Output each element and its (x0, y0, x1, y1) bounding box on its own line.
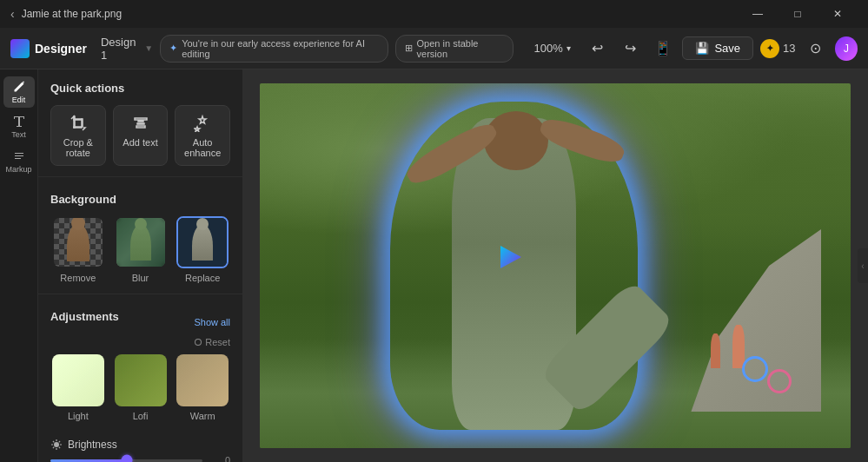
back-button[interactable]: ‹ (10, 7, 15, 21)
filter-warm[interactable]: Warm (175, 354, 230, 421)
filter-lofi[interactable]: Lofi (113, 354, 169, 421)
adjustments-section: Adjustments Show all Reset Light Lofi (38, 298, 242, 439)
svg-marker-6 (500, 246, 521, 268)
remove-bg-option[interactable]: Remove (50, 216, 106, 283)
early-access-badge: ✦ You're in our early access experience … (160, 35, 388, 63)
window-title: Jamie at the park.png (22, 8, 122, 20)
quick-actions-grid: Crop & rotate Add text Auto enhance (50, 105, 230, 166)
canvas-image (260, 83, 851, 448)
panel-collapse-arrow[interactable]: ‹ (858, 248, 868, 283)
design-name[interactable]: Design 1 ▼ (101, 36, 153, 62)
maximize-button[interactable]: □ (778, 0, 818, 28)
add-text-button[interactable]: Add text (113, 105, 169, 166)
designer-play-icon (490, 239, 527, 279)
sidebar-item-edit[interactable]: Edit (3, 76, 35, 108)
background-title: Background (50, 193, 230, 206)
replace-bg-option[interactable]: Replace (175, 216, 230, 283)
close-button[interactable]: ✕ (818, 0, 858, 28)
brightness-value: 0 (209, 455, 230, 462)
filter-warm-label: Warm (190, 411, 215, 421)
minimize-button[interactable]: — (738, 0, 778, 28)
filter-warm-thumb (176, 354, 229, 406)
undo-button[interactable]: ↩ (585, 35, 611, 63)
quick-actions-title: Quick actions (50, 82, 230, 95)
filter-lofi-label: Lofi (133, 411, 149, 421)
svg-rect-1 (74, 127, 82, 128)
filter-light-thumb (52, 354, 104, 406)
remove-bg-label: Remove (60, 273, 96, 283)
show-all-button[interactable]: Show all (194, 317, 230, 327)
crop-rotate-button[interactable]: Crop & rotate (50, 105, 106, 166)
sidebar-item-text[interactable]: Text (3, 111, 35, 142)
filter-lofi-thumb (115, 354, 167, 406)
blur-bg-label: Blur (132, 273, 149, 283)
filter-light[interactable]: Light (50, 354, 106, 421)
brightness-slider[interactable] (50, 454, 202, 462)
background-options: Remove Blur (50, 216, 230, 283)
canvas-area: ‹ (242, 69, 868, 462)
credits-count: 13 (783, 42, 795, 55)
brightness-label: Brightness (68, 439, 117, 451)
save-button[interactable]: 💾 Save (682, 36, 753, 60)
adjustments-title: Adjustments (50, 310, 119, 323)
photo-background (260, 83, 851, 448)
adjustments-header: Adjustments Show all (50, 310, 230, 333)
quick-actions-section: Quick actions Crop & rotate Add text (38, 69, 242, 173)
credits-icon: ✦ (760, 39, 779, 58)
svg-rect-3 (74, 119, 82, 120)
open-stable-button[interactable]: ⊞ Open in stable version (395, 35, 514, 63)
brand-name: Designer (35, 42, 87, 56)
main-area: Edit Text Markup Quick actions (0, 69, 868, 462)
brand-logo: Designer (10, 39, 87, 58)
mobile-preview-button[interactable]: 📱 (650, 35, 676, 63)
zoom-control[interactable]: 100% ▾ (527, 38, 578, 58)
filter-light-label: Light (68, 411, 89, 421)
remove-bg-thumb (52, 216, 104, 268)
auto-enhance-button[interactable]: Auto enhance (175, 105, 230, 166)
icon-sidebar: Edit Text Markup (0, 69, 38, 462)
background-section: Background Remove (38, 181, 242, 290)
sidebar-item-markup[interactable]: Markup (3, 146, 35, 177)
svg-point-4 (54, 442, 59, 447)
brand-icon (10, 39, 30, 58)
redo-button[interactable]: ↪ (617, 35, 643, 63)
share-button[interactable]: ⊙ (803, 35, 829, 63)
filter-options: Light Lofi Warm (50, 354, 230, 432)
toolbar: Designer Design 1 ▼ ✦ You're in our earl… (0, 28, 868, 69)
reset-button[interactable]: Reset (194, 337, 230, 347)
replace-bg-label: Replace (185, 273, 220, 283)
replace-bg-thumb (176, 216, 229, 268)
titlebar: ‹ Jamie at the park.png — □ ✕ (0, 0, 868, 28)
blur-bg-thumb (115, 216, 167, 268)
user-avatar[interactable]: J (835, 36, 858, 61)
brightness-slider-section: Brightness 0 (38, 439, 242, 462)
blur-bg-option[interactable]: Blur (113, 216, 169, 283)
left-panel: Quick actions Crop & rotate Add text (38, 69, 242, 462)
